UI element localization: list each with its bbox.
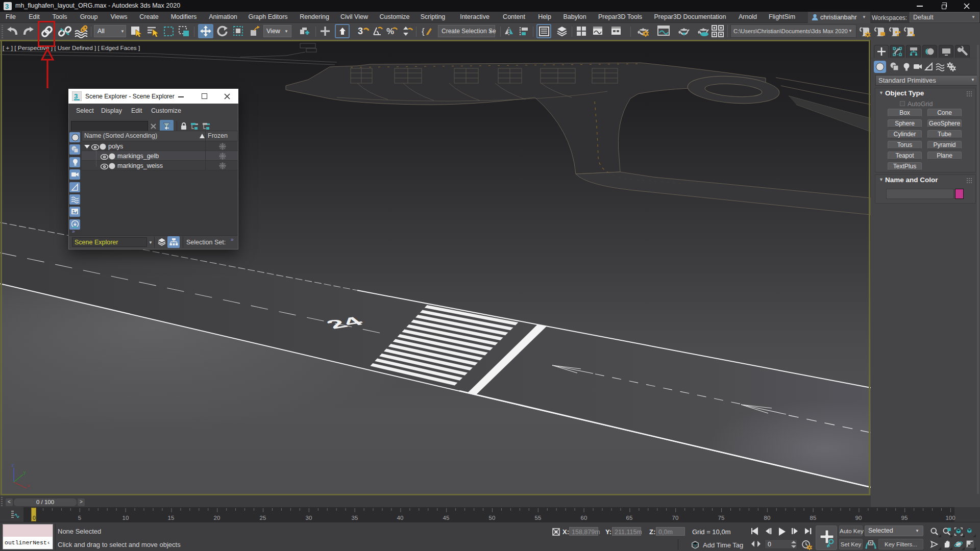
svg-text:5: 5 <box>78 515 81 521</box>
svg-text:95: 95 <box>901 515 908 521</box>
svg-text:70: 70 <box>672 515 679 521</box>
svg-text:100: 100 <box>945 515 955 521</box>
svg-text:30: 30 <box>306 515 312 521</box>
svg-text:3: 3 <box>358 26 363 36</box>
svg-text:50: 50 <box>489 515 496 521</box>
svg-text:90: 90 <box>855 515 862 521</box>
svg-text:3: 3 <box>74 92 78 100</box>
svg-text:10: 10 <box>122 515 129 521</box>
svg-text:80: 80 <box>764 515 771 521</box>
svg-text:60: 60 <box>581 515 587 521</box>
svg-text:45: 45 <box>443 515 450 521</box>
svg-text:15: 15 <box>168 515 175 521</box>
svg-text:35: 35 <box>352 515 358 521</box>
svg-text:25: 25 <box>260 515 266 521</box>
svg-text:75: 75 <box>718 515 725 521</box>
svg-text:3: 3 <box>5 3 9 10</box>
svg-text:[ + ] [ Perspective ] [ User D: [ + ] [ Perspective ] [ User Defined ] [… <box>3 44 140 52</box>
svg-text:20: 20 <box>214 515 220 521</box>
svg-text:65: 65 <box>626 515 633 521</box>
svg-text:z: z <box>12 463 14 468</box>
svg-text:40: 40 <box>397 515 404 521</box>
svg-text:85: 85 <box>810 515 817 521</box>
svg-text:55: 55 <box>535 515 542 521</box>
svg-text:{: { <box>422 27 425 36</box>
